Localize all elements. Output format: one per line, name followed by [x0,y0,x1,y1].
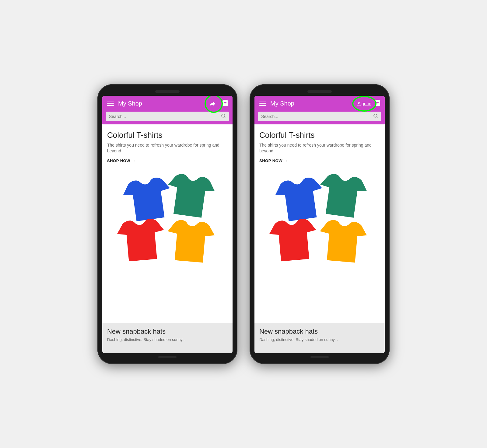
hero-section-left: Colorful T-shirts The shirts you need to… [102,124,233,323]
app-bar-actions-left [208,98,229,109]
screen-content-right: Colorful T-shirts The shirts you need to… [254,124,385,353]
phone-screen-left: My Shop [102,96,233,353]
sign-in-icon-button-left[interactable] [208,98,219,109]
hero-subtitle-right: The shirts you need to refresh your ward… [259,142,380,154]
svg-line-3 [377,117,377,118]
cart-icon-right[interactable] [374,99,381,108]
screen-content-left: Colorful T-shirts The shirts you need to… [102,124,233,353]
svg-point-2 [374,114,377,117]
phones-container: My Shop [97,84,390,364]
search-bar-right [258,112,381,121]
home-button-right[interactable] [310,356,329,358]
bottom-section-left: New snapback hats Dashing, distinctive. … [102,323,233,353]
tshirts-image-left [107,166,228,269]
bottom-subtitle-right: Dashing, distinctive. Stay shaded on sun… [259,337,380,342]
sign-in-text-button-right[interactable]: Sign in [357,101,371,106]
tshirts-svg-right [259,166,380,269]
phone-camera-left [166,90,169,93]
hero-subtitle-left: The shirts you need to refresh your ward… [107,142,228,154]
search-bar-left [106,112,229,121]
app-bar-top-right: My Shop Sign in [258,96,381,112]
hero-section-right: Colorful T-shirts The shirts you need to… [254,124,385,323]
search-input-left[interactable] [109,114,219,119]
bottom-title-right: New snapback hats [259,328,380,335]
phone-left: My Shop [97,84,237,364]
bottom-subtitle-left: Dashing, distinctive. Stay shaded on sun… [107,337,228,342]
phone-camera-right [318,90,321,93]
shop-now-button-left[interactable]: SHOP NOW → [107,158,228,163]
search-icon-right[interactable] [373,113,378,120]
app-bar-actions-right: Sign in [357,99,381,108]
search-input-right[interactable] [261,114,371,119]
home-button-left[interactable] [158,356,177,358]
phone-screen-right: My Shop Sign in [254,96,385,353]
bottom-title-left: New snapback hats [107,328,228,335]
sign-in-wrapper-left [208,98,219,109]
search-icon-left[interactable] [221,113,226,120]
app-title-left: My Shop [118,100,205,107]
app-bar-right: My Shop Sign in [254,96,385,124]
app-bar-left: My Shop [102,96,233,124]
hero-title-right: Colorful T-shirts [259,130,380,140]
svg-line-1 [224,117,225,118]
shop-now-button-right[interactable]: SHOP NOW → [259,158,380,163]
menu-icon-right[interactable] [258,100,267,107]
sign-in-icon-left [210,100,217,107]
tshirts-svg-left [107,166,228,269]
svg-point-0 [222,114,225,117]
cart-icon-left[interactable] [222,99,229,108]
menu-icon-left[interactable] [106,100,115,107]
hero-title-left: Colorful T-shirts [107,130,228,140]
sign-in-text-wrapper-right: Sign in [357,101,371,106]
phone-right: My Shop Sign in [250,84,390,364]
tshirts-image-right [259,166,380,269]
app-title-right: My Shop [270,100,354,107]
bottom-section-right: New snapback hats Dashing, distinctive. … [254,323,385,353]
app-bar-top-left: My Shop [106,96,229,112]
